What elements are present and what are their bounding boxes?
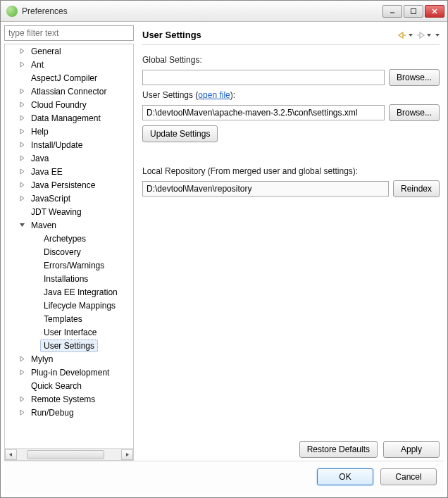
back-button[interactable]: [397, 31, 413, 39]
chevron-right-icon[interactable]: [18, 87, 26, 96]
user-settings-label-post: ):: [230, 90, 235, 100]
tree-item-label: Errors/Warnings: [40, 259, 108, 272]
tree-item[interactable]: Run/Debug: [5, 406, 133, 419]
tree-arrow-empty: [30, 315, 39, 323]
tree-arrow-empty: [30, 288, 39, 297]
tree-item[interactable]: Lifecycle Mappings: [5, 299, 133, 312]
tree-item[interactable]: Help: [5, 125, 133, 138]
chevron-down-icon[interactable]: [18, 221, 26, 230]
tree-item[interactable]: Ant: [5, 58, 133, 71]
cancel-button[interactable]: Cancel: [380, 468, 437, 485]
preferences-tree[interactable]: GeneralAntAspectJ CompilerAtlassian Conn…: [5, 44, 133, 448]
minimize-button[interactable]: [382, 5, 402, 18]
tree-item-label: User Settings: [40, 340, 98, 352]
scroll-thumb[interactable]: [27, 450, 104, 459]
tree-item[interactable]: Java: [5, 151, 133, 165]
tree-item-label: Cloud Foundry: [27, 99, 90, 111]
browse-user-button[interactable]: Browse...: [389, 104, 440, 121]
apply-button[interactable]: Apply: [383, 441, 440, 458]
update-settings-button[interactable]: Update Settings: [142, 125, 218, 142]
global-settings-input[interactable]: [142, 70, 385, 85]
filter-input[interactable]: [4, 25, 134, 41]
svg-marker-19: [20, 410, 24, 415]
svg-marker-24: [420, 32, 424, 38]
svg-marker-4: [20, 49, 24, 54]
chevron-right-icon[interactable]: [18, 368, 26, 377]
tree-arrow-empty: [18, 74, 26, 82]
ok-button[interactable]: OK: [317, 468, 373, 485]
tree-item[interactable]: Errors/Warnings: [5, 259, 133, 272]
user-settings-label-pre: User Settings (: [142, 90, 198, 100]
horizontal-scrollbar[interactable]: [5, 448, 133, 460]
reindex-button[interactable]: Reindex: [393, 180, 440, 197]
tree-item[interactable]: AspectJ Compiler: [5, 71, 133, 85]
tree-item[interactable]: Java EE Integration: [5, 285, 133, 299]
tree-item-label: AspectJ Compiler: [27, 72, 101, 85]
scroll-track[interactable]: [17, 449, 121, 460]
chevron-right-icon[interactable]: [18, 47, 26, 56]
tree-arrow-empty: [30, 342, 39, 350]
tree-item[interactable]: Mylyn: [5, 352, 133, 366]
chevron-right-icon[interactable]: [18, 194, 26, 203]
tree-item-label: Installations: [40, 273, 92, 285]
tree-item[interactable]: Java Persistence: [5, 178, 133, 192]
forward-button[interactable]: [416, 31, 431, 39]
chevron-right-icon[interactable]: [18, 114, 26, 123]
user-settings-input[interactable]: [142, 105, 385, 120]
tree-item[interactable]: Cloud Foundry: [5, 98, 133, 111]
tree-item-label: User Interface: [40, 326, 100, 339]
tree-item-label: Help: [27, 125, 52, 138]
tree-item-label: JDT Weaving: [27, 206, 85, 218]
tree-item-label: Archetypes: [40, 232, 89, 245]
tree-item-label: Plug-in Development: [27, 366, 113, 379]
tree-item[interactable]: Plug-in Development: [5, 366, 133, 379]
dialog-footer: OK Cancel: [4, 461, 444, 494]
chevron-right-icon[interactable]: [18, 154, 26, 163]
tree-item[interactable]: General: [5, 44, 133, 58]
svg-marker-9: [20, 129, 24, 134]
app-icon: [6, 6, 18, 17]
content-panel: User Settings Global Settings: Browse...…: [138, 25, 444, 461]
svg-marker-13: [20, 182, 24, 187]
tree-item-label: Maven: [27, 219, 60, 232]
tree-item[interactable]: Data Management: [5, 111, 133, 125]
chevron-right-icon[interactable]: [18, 168, 26, 176]
tree-item[interactable]: Atlassian Connector: [5, 85, 133, 98]
tree-item[interactable]: Maven: [5, 218, 133, 232]
body-row: GeneralAntAspectJ CompilerAtlassian Conn…: [4, 25, 444, 461]
menu-button[interactable]: [434, 34, 440, 37]
tree-item[interactable]: JavaScript: [5, 192, 133, 205]
chevron-right-icon[interactable]: [18, 355, 26, 363]
chevron-right-icon[interactable]: [18, 127, 26, 136]
tree-item[interactable]: Installations: [5, 272, 133, 285]
chevron-right-icon[interactable]: [18, 409, 26, 417]
scroll-right-button[interactable]: [121, 449, 133, 460]
tree-item[interactable]: User Settings: [5, 339, 133, 352]
tree-item[interactable]: Java EE: [5, 165, 133, 178]
close-button[interactable]: [425, 5, 444, 18]
scroll-left-button[interactable]: [5, 449, 17, 460]
tree-item[interactable]: Discovery: [5, 245, 133, 259]
chevron-right-icon[interactable]: [18, 101, 26, 109]
chevron-right-icon[interactable]: [18, 61, 26, 69]
tree-item[interactable]: User Interface: [5, 325, 133, 339]
restore-defaults-button[interactable]: Restore Defaults: [299, 441, 378, 458]
tree-item[interactable]: Quick Search: [5, 379, 133, 392]
chevron-right-icon[interactable]: [18, 181, 26, 189]
browse-global-button[interactable]: Browse...: [389, 69, 440, 86]
tree-item[interactable]: JDT Weaving: [5, 205, 133, 218]
tree-item[interactable]: Templates: [5, 312, 133, 325]
svg-marker-14: [20, 196, 24, 201]
tree-item[interactable]: Remote Systems: [5, 392, 133, 406]
svg-marker-7: [20, 102, 24, 107]
maximize-button[interactable]: [404, 5, 423, 18]
open-file-link[interactable]: open file: [198, 90, 230, 100]
chevron-right-icon[interactable]: [18, 141, 26, 149]
tree-item[interactable]: Archetypes: [5, 232, 133, 245]
svg-marker-18: [20, 397, 24, 401]
tree-item-label: JavaScript: [27, 192, 74, 205]
chevron-right-icon[interactable]: [18, 395, 26, 404]
tree-item[interactable]: Install/Update: [5, 138, 133, 151]
local-repo-row: Reindex: [142, 180, 440, 197]
tree-arrow-empty: [18, 208, 26, 216]
